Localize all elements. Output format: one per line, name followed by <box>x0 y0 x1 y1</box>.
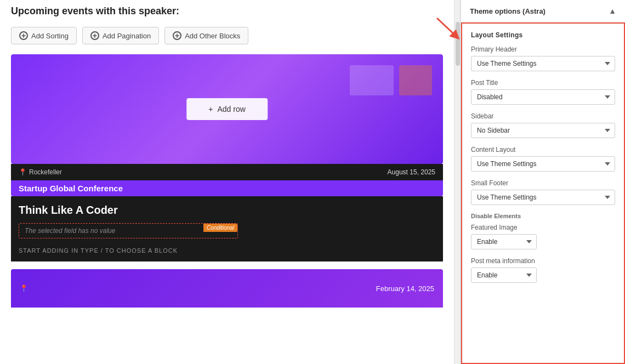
featured-image-label: Featured Image <box>471 224 615 231</box>
post-meta-select[interactable]: Enable Disable <box>471 268 537 283</box>
add-other-blocks-label: Add Other Blocks <box>185 32 240 40</box>
plus-icon: + <box>173 31 181 40</box>
pin-icon-2: 📍 <box>20 285 28 292</box>
plus-icon: + <box>90 31 99 40</box>
pin-icon: 📍 <box>19 168 27 176</box>
card-images <box>350 65 432 95</box>
event-info-bar: 📍 Rockefeller August 15, 2025 <box>11 164 443 180</box>
content-layout-select[interactable]: Use Theme Settings Boxed Full Width Narr… <box>471 156 615 172</box>
small-footer-label: Small Footer <box>471 179 615 187</box>
start-adding-hint: START ADDING IN TYPE / TO CHOOSE A BLOCK <box>19 247 435 254</box>
location-text: Rockefeller <box>29 168 62 176</box>
conditional-badge: Conditional <box>203 224 237 232</box>
plus-icon: + <box>19 31 28 40</box>
add-row-label: Add row <box>217 105 245 113</box>
scrollbar-thumb <box>456 22 460 66</box>
event-title: Startup Global Conference <box>11 180 443 196</box>
add-sorting-label: Add Sorting <box>31 32 69 40</box>
main-content: Upcoming events with this speaker: + Add… <box>0 0 454 364</box>
sidebar-group: Sidebar No Sidebar Left Sidebar Right Si… <box>471 112 615 138</box>
post-title-group: Post Title Disabled Enabled Use Theme Se… <box>471 79 615 105</box>
conditional-field: The selected field has no value Conditio… <box>19 223 238 238</box>
primary-header-select[interactable]: Use Theme Settings Enabled Disabled <box>471 56 615 71</box>
post-title-select[interactable]: Disabled Enabled Use Theme Settings <box>471 89 615 105</box>
right-panel: Theme options (Astra) ▲ Layout Settings … <box>461 0 625 364</box>
theme-options-title: Theme options (Astra) <box>470 7 546 15</box>
layout-settings-label: Layout Settings <box>471 31 615 39</box>
add-sorting-button[interactable]: + Add Sorting <box>11 27 77 44</box>
event-date-2: February 14, 2025 <box>376 285 434 293</box>
featured-image-select[interactable]: Enable Disable <box>471 234 537 249</box>
conditional-field-text: The selected field has no value <box>25 227 115 235</box>
post-title-label: Post Title <box>471 79 615 87</box>
dark-card: Think Like A Coder The selected field ha… <box>11 196 443 261</box>
collapse-arrow-icon[interactable]: ▲ <box>609 7 616 15</box>
add-pagination-button[interactable]: + Add Pagination <box>82 27 159 44</box>
event-card-small: 📍 February 14, 2025 <box>11 269 443 308</box>
add-row-overlay[interactable]: + Add row <box>186 98 268 120</box>
card-image-1 <box>350 65 394 95</box>
post-meta-group: Post meta information Enable Disable <box>471 257 615 283</box>
settings-panel: Layout Settings Primary Header Use Theme… <box>461 22 625 364</box>
small-footer-select[interactable]: Use Theme Settings Enabled Disabled <box>471 190 615 205</box>
toolbar-buttons: + Add Sorting + Add Pagination + Add Oth… <box>11 27 443 44</box>
primary-header-label: Primary Header <box>471 46 615 53</box>
small-footer-group: Small Footer Use Theme Settings Enabled … <box>471 179 615 205</box>
event-card-purple: + Add row <box>11 54 443 164</box>
sidebar-select[interactable]: No Sidebar Left Sidebar Right Sidebar Us… <box>471 123 615 138</box>
theme-options-header: Theme options (Astra) ▲ <box>461 0 625 22</box>
primary-header-group: Primary Header Use Theme Settings Enable… <box>471 46 615 71</box>
location: 📍 Rockefeller <box>19 168 62 176</box>
page-title: Upcoming events with this speaker: <box>11 5 443 17</box>
content-layout-label: Content Layout <box>471 146 615 153</box>
dark-card-title: Think Like A Coder <box>19 204 435 217</box>
plus-icon: + <box>208 105 213 113</box>
event-date: August 15, 2025 <box>388 168 435 176</box>
add-pagination-label: Add Pagination <box>103 32 151 40</box>
sidebar-label: Sidebar <box>471 112 615 120</box>
post-meta-label: Post meta information <box>471 257 615 265</box>
disable-elements-label: Disable Elements <box>471 213 615 219</box>
card-image-2 <box>399 65 432 95</box>
featured-image-group: Featured Image Enable Disable <box>471 224 615 249</box>
scrollbar[interactable] <box>454 0 461 364</box>
add-other-blocks-button[interactable]: + Add Other Blocks <box>164 27 248 44</box>
content-layout-group: Content Layout Use Theme Settings Boxed … <box>471 146 615 172</box>
